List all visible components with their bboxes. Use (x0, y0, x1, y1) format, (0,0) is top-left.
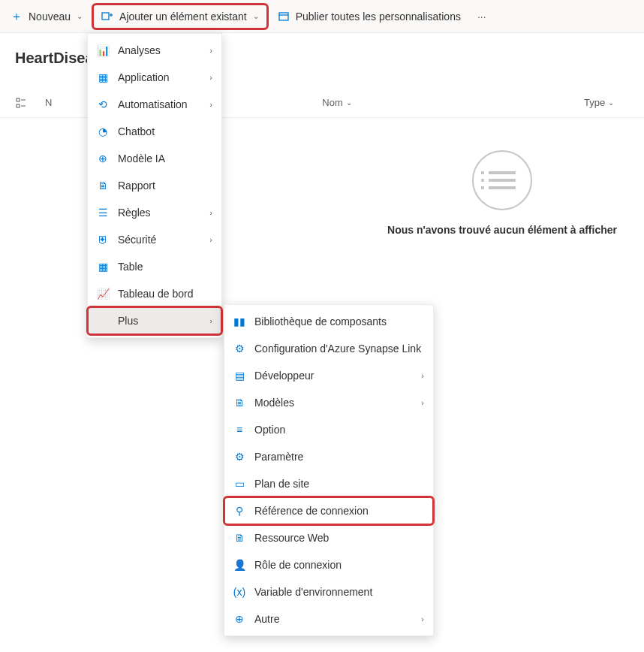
more-button[interactable]: ··· (470, 3, 494, 30)
chevron-right-icon: › (209, 46, 212, 55)
menu-item-label: Automatisation (118, 98, 200, 110)
svg-rect-5 (17, 98, 20, 101)
menu1-item-application[interactable]: ▦Application› (88, 64, 221, 91)
add-existing-label: Ajouter un élément existant (119, 11, 247, 23)
application-icon: ▦ (97, 71, 109, 83)
chevron-down-icon: ⌄ (253, 12, 259, 20)
new-button[interactable]: ＋ Nouveau ⌄ (3, 3, 90, 30)
add-existing-button[interactable]: Ajouter un élément existant ⌄ (92, 3, 269, 30)
publish-all-label: Publier toutes les personnalisations (296, 11, 461, 23)
toolbar: ＋ Nouveau ⌄ Ajouter un élément existant … (0, 0, 644, 33)
ellipsis-icon: ··· (477, 11, 486, 23)
chevron-right-icon: › (209, 73, 212, 82)
automatisation-icon: ⟲ (97, 98, 109, 110)
chevron-down-icon: ⌄ (608, 98, 614, 107)
svg-rect-7 (17, 104, 20, 107)
svg-rect-3 (279, 13, 288, 20)
chevron-down-icon: ⌄ (77, 12, 83, 20)
svg-rect-0 (102, 13, 109, 20)
menu-item-label: Application (118, 71, 200, 83)
menu1-item-automatisation[interactable]: ⟲Automatisation› (88, 91, 221, 118)
add-existing-icon (101, 11, 113, 23)
add-existing-menu: 📊Analyses›▦Application›⟲Automatisation›◔… (87, 33, 222, 118)
plus-icon: ＋ (11, 11, 23, 23)
new-label: Nouveau (29, 11, 71, 23)
menu-item-label: Analyses (118, 44, 200, 56)
chevron-right-icon: › (209, 100, 212, 109)
row-selector-icon[interactable] (0, 97, 45, 109)
menu1-item-analyses[interactable]: 📊Analyses› (88, 37, 221, 64)
chevron-down-icon: ⌄ (346, 98, 352, 107)
col-name-short[interactable]: N (45, 97, 90, 108)
col-type[interactable]: Type ⌄ (584, 97, 644, 108)
publish-icon (278, 11, 290, 23)
analyses-icon: 📊 (97, 44, 109, 56)
publish-all-button[interactable]: Publier toutes les personnalisations (270, 3, 468, 30)
